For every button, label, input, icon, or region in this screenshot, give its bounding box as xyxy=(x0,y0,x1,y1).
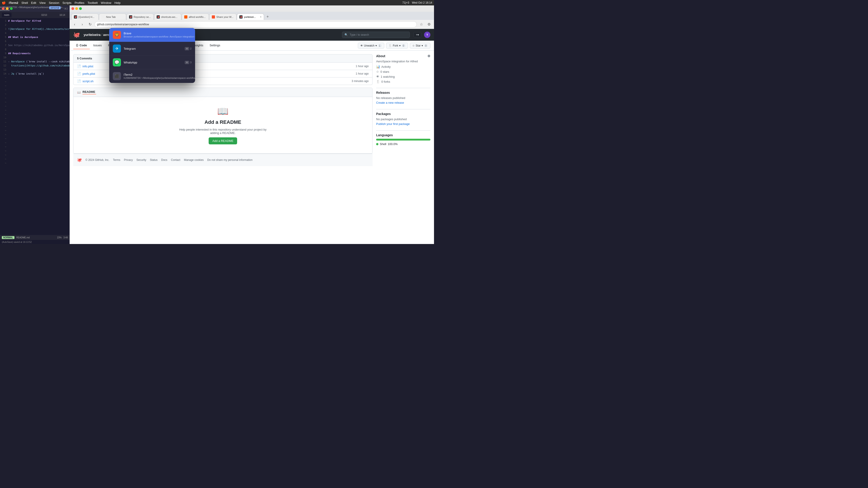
menu-shell[interactable]: Shell xyxy=(22,1,28,4)
iterm2-name: iTerm2 xyxy=(124,73,195,76)
browser-tab-yuriteixeira[interactable]: 🐙 yuriteixei... × xyxy=(237,13,264,20)
activity-item[interactable]: 📊 Activity xyxy=(376,65,430,68)
watching-label: 1 watching xyxy=(381,75,395,78)
app-switcher-iterm2[interactable]: ⬛ iTerm2 HJ9M4WW73X:~/Workspace/ghe/yuri… xyxy=(109,69,195,83)
file-icon: 📄 xyxy=(77,64,81,68)
browser-tab-alfred[interactable]: alfred workflo... xyxy=(182,13,209,20)
browser-minimize-button[interactable] xyxy=(75,7,78,10)
back-button[interactable]: ‹ xyxy=(71,21,78,28)
browser-tab-shortcuts[interactable]: 🐙 shortcuts-wo... xyxy=(154,13,181,20)
footer-contact[interactable]: Contact xyxy=(171,158,180,162)
new-tab-button[interactable]: + xyxy=(265,13,271,20)
footer-security[interactable]: Security xyxy=(136,158,146,162)
close-button[interactable] xyxy=(2,7,4,10)
whatsapp-info: WhatsApp xyxy=(124,61,182,64)
apple-menu[interactable]: 🍎 xyxy=(2,1,6,4)
editor-tilde: ~ xyxy=(2,129,68,133)
tab-close-icon[interactable]: × xyxy=(260,15,261,19)
nav-issues[interactable]: Issues xyxy=(91,42,105,49)
browser-tab-question[interactable]: 🐙 [Question] H... xyxy=(71,13,98,20)
languages-title: Languages xyxy=(376,133,430,137)
forward-button[interactable]: › xyxy=(79,21,86,28)
menubar: 🍎 iTerm2 Shell Edit View Session Scripts… xyxy=(0,0,434,5)
sidebar-divider-2 xyxy=(376,109,430,109)
user-avatar[interactable]: Y xyxy=(424,32,430,38)
editor-tilde: ~ xyxy=(2,161,68,165)
menu-view[interactable]: View xyxy=(39,1,46,4)
footer-terms[interactable]: Terms xyxy=(113,158,121,162)
menu-help[interactable]: Help xyxy=(114,1,121,4)
editor-line: 10 xyxy=(2,56,68,60)
gh-plus-button[interactable]: +▾ xyxy=(413,32,421,37)
whatsapp-shortcut: ⌘ 3 xyxy=(185,61,191,64)
browser-close-button[interactable] xyxy=(71,7,74,10)
search-placeholder: Type / to search xyxy=(350,33,369,36)
footer-cookies[interactable]: Manage cookies xyxy=(184,158,204,162)
readme-content: 📖 Add a README Help people interested in… xyxy=(73,97,372,153)
footer-status[interactable]: Status xyxy=(150,158,158,162)
editor-line: 3![AeroSpace for Alfred](./docs/assets/s… xyxy=(2,27,68,31)
footer-privacy[interactable]: Privacy xyxy=(124,158,133,162)
bookmark-button[interactable]: ☆ xyxy=(418,21,425,28)
forks-item[interactable]: 🍴 0 forks xyxy=(376,80,430,84)
menu-window[interactable]: Window xyxy=(101,1,111,4)
packages-title: Packages xyxy=(376,112,430,116)
about-section: About ⚙ AeroSpace integration for Alfred… xyxy=(376,54,430,84)
readme-title: README xyxy=(83,90,95,94)
browser-maximize-button[interactable] xyxy=(79,7,82,10)
browser-tab-reposetup[interactable]: 🐙 Repository se... xyxy=(127,13,154,20)
unwatch-button[interactable]: 👁 Unwatch ▾ 1 xyxy=(358,43,384,48)
menu-iterm2[interactable]: iTerm2 xyxy=(9,1,18,4)
maximize-button[interactable] xyxy=(10,7,13,10)
nav-settings[interactable]: Settings xyxy=(207,42,223,49)
iterm-tab[interactable]: nvim xyxy=(2,13,11,17)
browser-tab-share[interactable]: Share your W... xyxy=(209,13,237,20)
readme-desc: Help people interested in this repositor… xyxy=(178,128,268,135)
iterm-editor[interactable]: 1# AeroSpace for Alfred 2 3![AeroSpace f… xyxy=(0,18,70,235)
app-switcher-telegram[interactable]: ✈ Telegram ⌘ 2 xyxy=(109,42,195,56)
star-button[interactable]: ☆ Star ▾ 0 xyxy=(410,43,430,48)
url-bar[interactable]: github.com/yuriteixeira/aerospace-workfl… xyxy=(94,21,417,28)
stars-item[interactable]: ☆ 0 stars xyxy=(376,70,430,73)
editor-tilde: ~ xyxy=(2,149,68,153)
extensions-button[interactable]: ⚙ xyxy=(426,21,432,28)
url-text: github.com/yuriteixeira/aerospace-workfl… xyxy=(97,23,149,26)
releases-title: Releases xyxy=(376,91,430,94)
whatsapp-icon: 💬 xyxy=(113,58,121,66)
personal-badge: personal xyxy=(49,6,61,9)
breadcrumb-user[interactable]: yuriteixeira xyxy=(84,33,101,37)
editor-line: 2 xyxy=(2,23,68,27)
editor-tilde: ~ xyxy=(2,76,68,80)
activity-icon: 📊 xyxy=(376,65,380,68)
create-release-link[interactable]: Create a new release xyxy=(376,101,404,104)
editor-tilde: ~ xyxy=(2,84,68,88)
fork-button[interactable]: 🍴 Fork ▾ 0 xyxy=(386,43,408,48)
publish-package-link[interactable]: Publish your first package xyxy=(376,122,410,126)
menu-toolbelt[interactable]: Toolbelt xyxy=(88,1,98,4)
app-switcher: 🦁 Brave Browser yuriteixeira/aerospace-w… xyxy=(109,28,195,83)
menu-scripts[interactable]: Scripts xyxy=(62,1,71,4)
browser-tab-newtab[interactable]: New Tab xyxy=(99,13,126,20)
gh-search[interactable]: 🔍 Type / to search xyxy=(342,32,410,38)
app-switcher-whatsapp[interactable]: 💬 WhatsApp ⌘ 3 xyxy=(109,56,195,69)
autosave-bar: (AutoSave) saved at 16:13:52 xyxy=(0,240,70,244)
menu-profiles[interactable]: Profiles xyxy=(74,1,84,4)
about-gear-icon[interactable]: ⚙ xyxy=(428,54,430,58)
app-switcher-brave[interactable]: 🦁 Brave Browser yuriteixeira/aerospace-w… xyxy=(109,28,195,42)
tab-favicon: 🐙 xyxy=(239,15,243,19)
menu-session[interactable]: Session xyxy=(49,1,59,4)
gh-header-actions: +▾ Y xyxy=(413,32,430,38)
watching-item[interactable]: 👁 1 watching xyxy=(376,75,430,78)
menu-edit[interactable]: Edit xyxy=(31,1,36,4)
footer-docs[interactable]: Docs xyxy=(161,158,167,162)
footer-do-not-share[interactable]: Do not share my personal information xyxy=(207,158,252,162)
tab-label: Repository se... xyxy=(133,15,151,18)
repo-nav-actions: 👁 Unwatch ▾ 1 🍴 Fork ▾ 0 ☆ Star ▾ 0 xyxy=(358,43,430,48)
nav-code[interactable]: ⟨⟩ Code xyxy=(73,42,90,49)
languages-section: Languages Shell 100.0% xyxy=(376,133,430,146)
add-readme-button[interactable]: Add a README xyxy=(209,137,237,144)
editor-line: 12 tructions](https://github.com/nikitab… xyxy=(2,64,68,68)
reload-button[interactable]: ↻ xyxy=(87,21,93,28)
minimize-button[interactable] xyxy=(6,7,8,10)
tab-favicon xyxy=(212,15,215,19)
